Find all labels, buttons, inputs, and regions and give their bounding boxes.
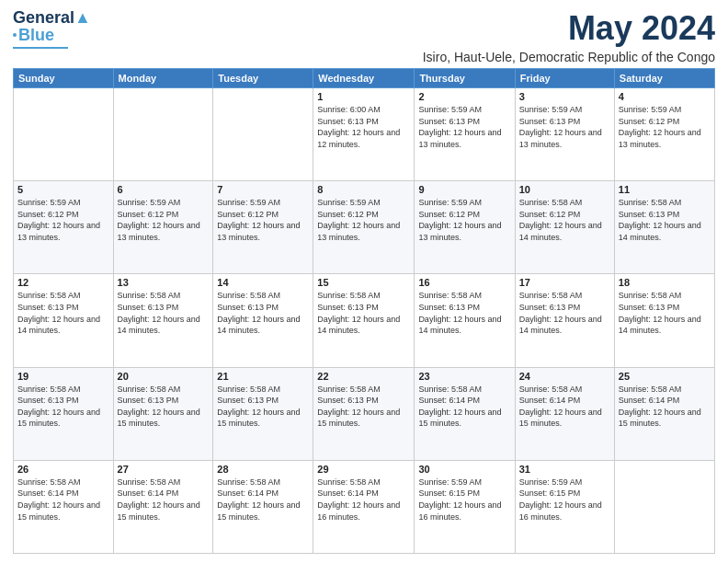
day-info: Sunrise: 5:59 AM Sunset: 6:12 PM Dayligh…	[317, 197, 410, 243]
day-info: Sunrise: 5:59 AM Sunset: 6:13 PM Dayligh…	[519, 104, 610, 150]
day-info: Sunrise: 5:58 AM Sunset: 6:14 PM Dayligh…	[217, 477, 309, 523]
day-info: Sunrise: 5:58 AM Sunset: 6:13 PM Dayligh…	[317, 290, 410, 336]
day-info: Sunrise: 5:59 AM Sunset: 6:15 PM Dayligh…	[519, 477, 610, 523]
main-title: May 2024	[423, 9, 715, 48]
day-cell: 22Sunrise: 5:58 AM Sunset: 6:13 PM Dayli…	[313, 367, 415, 460]
day-info: Sunrise: 5:59 AM Sunset: 6:12 PM Dayligh…	[17, 197, 109, 243]
day-number: 20	[118, 371, 210, 382]
day-info: Sunrise: 6:00 AM Sunset: 6:13 PM Dayligh…	[317, 104, 410, 150]
week-row-5: 26Sunrise: 5:58 AM Sunset: 6:14 PM Dayli…	[14, 460, 715, 553]
logo-blue: Blue	[18, 26, 54, 45]
day-info: Sunrise: 5:58 AM Sunset: 6:12 PM Dayligh…	[519, 197, 610, 243]
day-number: 7	[217, 184, 309, 195]
header-row: SundayMondayTuesdayWednesdayThursdayFrid…	[14, 69, 715, 88]
day-info: Sunrise: 5:58 AM Sunset: 6:13 PM Dayligh…	[118, 384, 210, 430]
page: General▲ Blue May 2024 Isiro, Haut-Uele,…	[0, 0, 728, 563]
day-cell: 18Sunrise: 5:58 AM Sunset: 6:13 PM Dayli…	[614, 274, 714, 367]
day-info: Sunrise: 5:58 AM Sunset: 6:13 PM Dayligh…	[619, 290, 711, 336]
header-cell-friday: Friday	[515, 69, 614, 88]
day-number: 28	[217, 464, 309, 475]
day-info: Sunrise: 5:58 AM Sunset: 6:13 PM Dayligh…	[17, 290, 109, 336]
day-info: Sunrise: 5:59 AM Sunset: 6:12 PM Dayligh…	[418, 197, 510, 243]
day-info: Sunrise: 5:58 AM Sunset: 6:13 PM Dayligh…	[17, 384, 109, 430]
day-number: 25	[619, 371, 711, 382]
day-cell: 31Sunrise: 5:59 AM Sunset: 6:15 PM Dayli…	[515, 460, 614, 553]
week-row-4: 19Sunrise: 5:58 AM Sunset: 6:13 PM Dayli…	[14, 367, 715, 460]
day-cell: 16Sunrise: 5:58 AM Sunset: 6:13 PM Dayli…	[415, 274, 515, 367]
day-cell: 27Sunrise: 5:58 AM Sunset: 6:14 PM Dayli…	[113, 460, 213, 553]
day-info: Sunrise: 5:58 AM Sunset: 6:14 PM Dayligh…	[619, 384, 711, 430]
day-cell: 9Sunrise: 5:59 AM Sunset: 6:12 PM Daylig…	[415, 181, 515, 274]
day-info: Sunrise: 5:58 AM Sunset: 6:14 PM Dayligh…	[17, 477, 109, 523]
day-cell: 24Sunrise: 5:58 AM Sunset: 6:14 PM Dayli…	[515, 367, 614, 460]
day-cell: 25Sunrise: 5:58 AM Sunset: 6:14 PM Dayli…	[614, 367, 714, 460]
day-cell: 29Sunrise: 5:58 AM Sunset: 6:14 PM Dayli…	[313, 460, 415, 553]
day-cell	[113, 88, 213, 181]
day-info: Sunrise: 5:59 AM Sunset: 6:12 PM Dayligh…	[118, 197, 210, 243]
day-number: 14	[217, 277, 309, 288]
day-info: Sunrise: 5:58 AM Sunset: 6:14 PM Dayligh…	[519, 384, 610, 430]
day-info: Sunrise: 5:59 AM Sunset: 6:13 PM Dayligh…	[418, 104, 510, 150]
day-info: Sunrise: 5:58 AM Sunset: 6:13 PM Dayligh…	[217, 384, 309, 430]
day-cell: 19Sunrise: 5:58 AM Sunset: 6:13 PM Dayli…	[14, 367, 114, 460]
day-info: Sunrise: 5:58 AM Sunset: 6:14 PM Dayligh…	[317, 477, 410, 523]
header-cell-monday: Monday	[113, 69, 213, 88]
week-row-1: 1Sunrise: 6:00 AM Sunset: 6:13 PM Daylig…	[14, 88, 715, 181]
day-cell	[614, 460, 714, 553]
day-cell: 6Sunrise: 5:59 AM Sunset: 6:12 PM Daylig…	[113, 181, 213, 274]
day-cell: 12Sunrise: 5:58 AM Sunset: 6:13 PM Dayli…	[14, 274, 114, 367]
day-number: 17	[519, 277, 610, 288]
day-info: Sunrise: 5:58 AM Sunset: 6:13 PM Dayligh…	[217, 290, 309, 336]
week-row-3: 12Sunrise: 5:58 AM Sunset: 6:13 PM Dayli…	[14, 274, 715, 367]
header-cell-sunday: Sunday	[14, 69, 114, 88]
day-info: Sunrise: 5:58 AM Sunset: 6:13 PM Dayligh…	[519, 290, 610, 336]
day-cell: 1Sunrise: 6:00 AM Sunset: 6:13 PM Daylig…	[313, 88, 415, 181]
header: General▲ Blue May 2024 Isiro, Haut-Uele,…	[13, 9, 715, 64]
day-info: Sunrise: 5:58 AM Sunset: 6:14 PM Dayligh…	[418, 384, 510, 430]
day-number: 1	[317, 91, 410, 102]
day-cell: 10Sunrise: 5:58 AM Sunset: 6:12 PM Dayli…	[515, 181, 614, 274]
day-number: 5	[17, 184, 109, 195]
day-cell: 11Sunrise: 5:58 AM Sunset: 6:13 PM Dayli…	[614, 181, 714, 274]
day-number: 16	[418, 277, 510, 288]
day-number: 30	[418, 464, 510, 475]
day-info: Sunrise: 5:59 AM Sunset: 6:12 PM Dayligh…	[619, 104, 711, 150]
title-block: May 2024 Isiro, Haut-Uele, Democratic Re…	[423, 9, 715, 64]
day-cell: 26Sunrise: 5:58 AM Sunset: 6:14 PM Dayli…	[14, 460, 114, 553]
day-cell: 3Sunrise: 5:59 AM Sunset: 6:13 PM Daylig…	[515, 88, 614, 181]
day-number: 2	[418, 91, 510, 102]
subtitle: Isiro, Haut-Uele, Democratic Republic of…	[423, 50, 715, 64]
day-cell: 5Sunrise: 5:59 AM Sunset: 6:12 PM Daylig…	[14, 181, 114, 274]
day-info: Sunrise: 5:59 AM Sunset: 6:15 PM Dayligh…	[418, 477, 510, 523]
day-info: Sunrise: 5:58 AM Sunset: 6:13 PM Dayligh…	[619, 197, 711, 243]
day-cell: 15Sunrise: 5:58 AM Sunset: 6:13 PM Dayli…	[313, 274, 415, 367]
day-cell: 17Sunrise: 5:58 AM Sunset: 6:13 PM Dayli…	[515, 274, 614, 367]
day-number: 13	[118, 277, 210, 288]
logo: General▲ Blue	[13, 9, 91, 49]
day-number: 29	[317, 464, 410, 475]
calendar-header: SundayMondayTuesdayWednesdayThursdayFrid…	[14, 69, 715, 88]
header-cell-thursday: Thursday	[415, 69, 515, 88]
day-cell	[213, 88, 313, 181]
week-row-2: 5Sunrise: 5:59 AM Sunset: 6:12 PM Daylig…	[14, 181, 715, 274]
day-number: 21	[217, 371, 309, 382]
day-number: 8	[317, 184, 410, 195]
day-cell: 4Sunrise: 5:59 AM Sunset: 6:12 PM Daylig…	[614, 88, 714, 181]
header-cell-tuesday: Tuesday	[213, 69, 313, 88]
day-number: 12	[17, 277, 109, 288]
day-number: 6	[118, 184, 210, 195]
day-number: 9	[418, 184, 510, 195]
day-number: 26	[17, 464, 109, 475]
day-cell: 28Sunrise: 5:58 AM Sunset: 6:14 PM Dayli…	[213, 460, 313, 553]
day-number: 11	[619, 184, 711, 195]
day-cell: 20Sunrise: 5:58 AM Sunset: 6:13 PM Dayli…	[113, 367, 213, 460]
day-info: Sunrise: 5:59 AM Sunset: 6:12 PM Dayligh…	[217, 197, 309, 243]
calendar-table: SundayMondayTuesdayWednesdayThursdayFrid…	[13, 68, 715, 554]
day-number: 10	[519, 184, 610, 195]
logo-dot	[13, 33, 17, 37]
day-info: Sunrise: 5:58 AM Sunset: 6:13 PM Dayligh…	[118, 290, 210, 336]
header-cell-wednesday: Wednesday	[313, 69, 415, 88]
calendar-body: 1Sunrise: 6:00 AM Sunset: 6:13 PM Daylig…	[14, 88, 715, 554]
day-cell: 21Sunrise: 5:58 AM Sunset: 6:13 PM Dayli…	[213, 367, 313, 460]
day-number: 18	[619, 277, 711, 288]
